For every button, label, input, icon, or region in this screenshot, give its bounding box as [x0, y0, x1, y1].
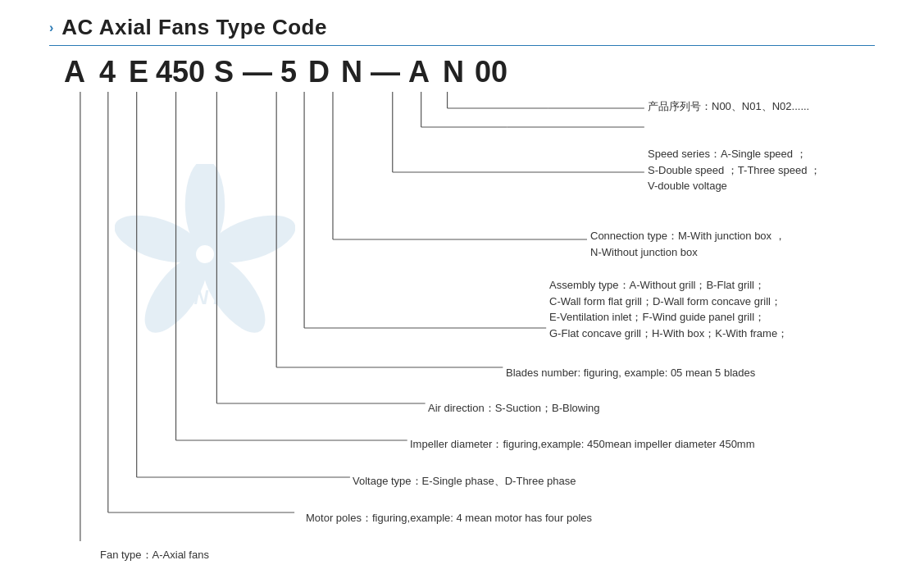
header: › AC Axial Fans Type Code: [49, 15, 875, 40]
desc-assembly-type: Assembly type：A-Without grill；B-Flat gri…: [549, 277, 788, 341]
desc-fan-type: Fan type：A-Axial fans: [100, 547, 209, 563]
desc-product-series: 产品序列号：N00、N01、N02......: [648, 98, 809, 115]
code-S: S: [207, 57, 241, 87]
diagram-area: VENTAI: [49, 57, 875, 541]
code-E: E: [123, 57, 154, 87]
chevron-icon: ›: [49, 20, 53, 35]
code-A2: A: [402, 57, 436, 87]
desc-blades-number: Blades number: figuring, example: 05 mea…: [506, 365, 755, 381]
page-title: AC Axial Fans Type Code: [61, 15, 327, 40]
desc-motor-poles: Motor poles：figuring,example: 4 mean mot…: [306, 510, 592, 526]
code-dash1: —: [241, 57, 274, 87]
desc-air-direction: Air direction：S-Suction；B-Blowing: [428, 400, 600, 417]
desc-connection-type: Connection type：M-With junction box ，N-W…: [590, 228, 785, 260]
code-D: D: [303, 57, 335, 87]
desc-speed-series: Speed series：A-Single speed ；S-Double sp…: [648, 146, 821, 194]
code-N: N: [335, 57, 369, 87]
code-N2: N: [436, 57, 471, 87]
code-4: 4: [92, 57, 123, 87]
code-5: 5: [274, 57, 303, 87]
page: › AC Axial Fans Type Code: [0, 0, 924, 583]
code-450: 450: [154, 57, 207, 87]
code-dash2: —: [369, 57, 402, 87]
header-divider: [49, 45, 875, 46]
code-00: 00: [471, 57, 512, 87]
desc-voltage-type: Voltage type：E-Single phase、D-Three phas…: [353, 473, 576, 490]
code-A: A: [57, 57, 92, 87]
desc-impeller-diameter: Impeller diameter：figuring,example: 450m…: [410, 436, 755, 453]
